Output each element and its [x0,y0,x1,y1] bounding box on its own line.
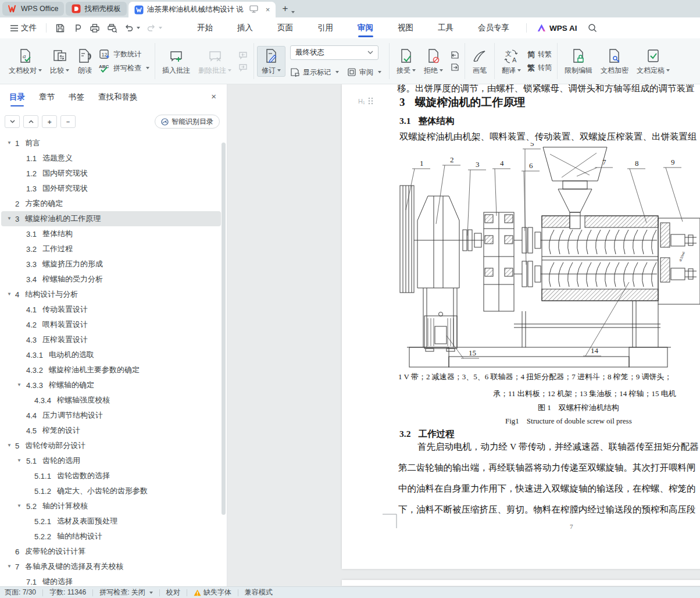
toc-item[interactable]: 4.3.4 榨螺轴强度校核 [1,393,221,408]
toc-item[interactable]: 4.3.2 螺旋榨油机主要参数的确定 [1,362,221,378]
toc-item[interactable]: ▼ 4 结构设计与分析 [1,287,221,302]
sidebar-tab-bookmarks[interactable]: 书签 [69,92,84,108]
sidebar-scrollbar[interactable] [222,143,226,515]
show-markup-button[interactable]: 显示标记 [290,67,339,77]
print-button[interactable] [86,20,103,35]
toc-item[interactable]: 5.2.1 选材及表面预处理 [1,514,221,529]
toc-expand-arrow-icon[interactable]: ▼ [17,458,22,463]
toc-expand-arrow-icon[interactable]: ▼ [17,503,22,508]
menu-tab-member[interactable]: 会员专享 [466,18,522,38]
toc-item[interactable]: 7.1 键的选择 [1,574,221,586]
new-tab-button[interactable]: + [282,3,288,15]
traditional-to-simplified-button[interactable]: 繁 转简 [527,63,552,73]
previous-change-button[interactable] [449,51,459,59]
toc-item[interactable]: ▼ 5.1 齿轮的选用 [1,453,221,468]
toc-item[interactable]: 4.3 压榨装置设计 [1,332,221,347]
toc-expand-arrow-icon[interactable]: ▼ [7,443,12,448]
collapse-all-button[interactable] [5,115,20,128]
toc-item[interactable]: 2 方案的确定 [1,196,221,211]
menu-tab-home[interactable]: 开始 [185,18,225,38]
menu-tab-insert[interactable]: 插入 [225,18,265,38]
toc-item[interactable]: 1.2 国内研究现状 [1,166,221,181]
export-pdf-button[interactable] [69,20,86,35]
simplified-to-traditional-button[interactable]: 简 转繁 [527,49,552,59]
zoom-in-toc-button[interactable]: ＋ [42,115,57,128]
document-page[interactable]: 移。出饼厚度的调节，由螺杆、锁紧螺母、调饼头和方轴等组成的调节装置 H₁ 3螺旋… [342,84,700,569]
menu-tab-page[interactable]: 页面 [265,18,305,38]
toc-item[interactable]: 6 皮带轮的设计计算 [1,544,221,559]
save-button[interactable] [51,20,69,35]
toc-expand-arrow-icon[interactable]: ▼ [7,564,12,569]
search-icon[interactable] [588,23,597,33]
expand-all-button[interactable] [23,115,38,128]
zoom-out-toc-button[interactable]: － [60,115,76,128]
toc-item[interactable]: 1.3 国外研究现状 [1,181,221,196]
menu-tab-reference[interactable]: 引用 [305,18,345,38]
proofread-status[interactable]: 校对 [166,588,180,597]
toc-item[interactable]: 4.4 压力调节结构设计 [1,408,221,423]
toc-item[interactable]: 5.1.1 齿轮齿数的选择 [1,468,221,483]
close-sidebar-icon[interactable]: × [211,91,216,101]
tab-docer-templates[interactable]: 找稻壳模板 [66,2,127,16]
smart-toc-button[interactable]: 智能识别目录 [155,115,220,129]
toc-item[interactable]: 3.2 工作过程 [1,241,221,257]
heading-level-marker[interactable]: H₁ [358,97,373,105]
spell-check-status[interactable]: 拼写检查: 关闭 [99,588,153,597]
toc-item[interactable]: 3.3 螺旋挤压力的形成 [1,257,221,272]
toc-item[interactable]: 4.3.1 电动机的选取 [1,347,221,362]
word-count-status[interactable]: 字数: 11346 [49,588,86,597]
toc-item[interactable]: 4.1 传动装置设计 [1,302,221,317]
close-tab-icon[interactable]: × [266,5,270,14]
print-preview-button[interactable] [103,20,121,35]
undo-button[interactable] [121,20,143,35]
tab-document-active[interactable]: 油茶果榨油机机械结构设计 说 × [128,2,276,17]
menu-tab-review[interactable]: 审阅 [345,18,385,38]
toc-item[interactable]: ▼ 1 前言 [1,136,221,151]
accept-button[interactable]: 接受 [392,47,420,76]
encrypt-button[interactable]: 文档加密 [597,47,633,76]
next-comment-button[interactable] [238,63,248,72]
word-count-button[interactable]: 12 字数统计 [99,49,149,59]
menu-tab-view[interactable]: 视图 [385,18,426,38]
previous-comment-button[interactable] [238,51,248,59]
spell-check-button[interactable]: ABC 拼写检查 [99,63,149,73]
sidebar-tab-chapters[interactable]: 章节 [39,92,55,108]
toc-item[interactable]: ▼ 3 螺旋榨油机的工作原理 [1,211,221,226]
review-mode-button[interactable]: 审阅 [347,67,381,77]
toc-expand-arrow-icon[interactable]: ▼ [17,382,22,387]
pen-button[interactable]: 画笔 [468,47,491,76]
toc-item[interactable]: ▼ 5.2 轴的计算校核 [1,499,221,514]
tab-wps-office[interactable]: WPS Office [2,2,64,16]
missing-font-warning[interactable]: 缺失字体 [194,588,231,597]
translate-button[interactable]: 文A 翻译 [498,47,525,76]
sidebar-tab-find-replace[interactable]: 查找和替换 [98,92,138,108]
insert-comment-button[interactable]: 插入批注 [158,47,194,76]
document-area[interactable]: 移。出饼厚度的调节，由螺杆、锁紧螺母、调饼头和方轴等组成的调节装置 H₁ 3螺旋… [227,84,700,586]
toc-expand-arrow-icon[interactable]: ▼ [7,216,12,221]
next-change-button[interactable] [449,63,459,72]
toc-item[interactable]: 4.2 喂料装置设计 [1,317,221,332]
toc-item[interactable]: ▼ 7 各轴承及键的选择及有关校核 [1,559,221,574]
compare-button[interactable]: 比较 [46,47,73,76]
doc-proof-button[interactable]: a 文档校对 [5,47,46,76]
menu-tab-tools[interactable]: 工具 [426,18,466,38]
sidebar-tab-contents[interactable]: 目录 [9,92,25,108]
toc-expand-arrow-icon[interactable]: ▼ [7,291,12,297]
finalize-button[interactable]: 文档定稿 [633,47,674,76]
toc-item[interactable]: ▼ 4.3.3 榨螺轴的确定 [1,378,221,393]
markup-state-dropdown[interactable]: 最终状态 [290,45,378,60]
screen-share-icon[interactable] [249,5,259,15]
track-changes-button[interactable]: 修订 [257,46,285,77]
file-menu[interactable]: 文件 [6,23,41,33]
toc-item[interactable]: 3.4 榨螺轴的受力分析 [1,272,221,287]
redo-button[interactable] [143,20,165,35]
toc-item[interactable]: 1.1 选题意义 [1,151,221,166]
read-aloud-button[interactable]: 朗读 [73,47,97,76]
toc-item[interactable]: ▼ 5 齿轮传动部分设计 [1,438,221,453]
reject-button[interactable]: 拒绝 [420,47,447,76]
restrict-edit-button[interactable]: 限制编辑 [560,47,597,76]
toc-item[interactable]: 4.5 榨笼的设计 [1,423,221,438]
toc-item[interactable]: 3.1 整体结构 [1,226,221,241]
compat-mode-status[interactable]: 兼容模式 [245,588,273,597]
delete-comment-button[interactable]: 删除批注 [194,47,235,76]
